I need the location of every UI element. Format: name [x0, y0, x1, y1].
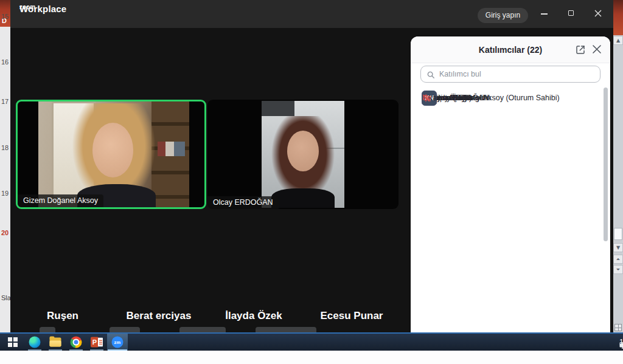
bottom-tile-fragment[interactable] — [110, 327, 140, 332]
minimize-button[interactable] — [532, 0, 557, 24]
bottom-tile-fragment[interactable] — [256, 327, 316, 332]
maximize-button[interactable] — [559, 0, 583, 24]
running-indicator — [108, 349, 127, 351]
close-window-button[interactable] — [586, 0, 610, 24]
ppt-titlebar-fragment — [613, 0, 623, 35]
ppt-slide-number-current[interactable]: 20 — [1, 229, 10, 236]
ppt-scrollbar-edge: ▲ ▼ ⏶ ⏷ — [613, 0, 623, 332]
close-icon — [594, 10, 602, 17]
participants-panel: Katılımcılar (22) — [411, 36, 610, 332]
panel-header: Katılımcılar (22) — [411, 36, 610, 63]
desktop-screen: D 15 16 17 18 19 20 Sla ▲ ▼ ⏶ ⏷ zoom Wor… — [0, 0, 623, 364]
windows-logo-icon — [8, 337, 18, 347]
search-input[interactable] — [438, 67, 590, 81]
ppt-slide-panel-edge: D 15 16 17 18 19 20 Sla — [0, 0, 10, 332]
person-body — [271, 188, 334, 208]
video-tile-gizem[interactable]: Gizem Doğanel Aksoy — [16, 100, 206, 209]
participant-row[interactable]: KN kayra Nur Atagün — [411, 86, 610, 109]
camera-off-icon — [422, 94, 432, 102]
meeting-gallery: Gizem Doğanel Aksoy Olcay ERDOĞAN Ruşen … — [10, 28, 613, 332]
start-button[interactable] — [2, 334, 23, 351]
minimize-icon — [541, 13, 548, 15]
ppt-slide-number[interactable]: 19 — [1, 190, 10, 197]
person-face — [92, 123, 133, 177]
scroll-up-button[interactable]: ▲ — [613, 36, 623, 45]
brand-line2: Workplace — [19, 4, 66, 14]
video-tile-olcay[interactable]: Olcay ERDOĞAN — [207, 100, 399, 209]
bottom-tile-fragment[interactable] — [40, 327, 55, 332]
background-books — [158, 142, 185, 156]
participant-name-label: Olcay ERDOĞAN — [207, 196, 279, 209]
participant-name-label: Gizem Doğanel Aksoy — [18, 194, 103, 207]
bottom-tile-name: Ruşen — [47, 310, 78, 322]
ppt-statusbar-text: Sla — [1, 294, 11, 301]
running-indicator — [69, 349, 83, 351]
maximize-icon — [568, 10, 574, 16]
zoom-window: zoom Workplace Giriş yapın — [10, 0, 613, 332]
next-slide-button[interactable]: ⏷ — [613, 265, 623, 274]
ppt-grid-icon[interactable] — [614, 324, 622, 331]
participant-name: kayra Nur Atagün — [429, 94, 488, 102]
taskbar-zoom-button-active[interactable]: zm — [107, 334, 128, 351]
bottom-tile-fragment[interactable] — [179, 327, 226, 332]
person-face — [287, 131, 319, 171]
zoom-titlebar: zoom Workplace Giriş yapın — [10, 0, 613, 28]
taskbar-powerpoint-button[interactable]: P — [86, 334, 107, 351]
powerpoint-icon: P — [91, 337, 103, 348]
running-indicator — [49, 349, 62, 351]
windows-taskbar: P zm 13:53 — [0, 332, 623, 351]
screen-bottom-margin — [0, 352, 623, 364]
video-frame — [38, 101, 189, 207]
running-indicator — [90, 349, 103, 351]
folder-icon — [50, 338, 61, 347]
popout-icon[interactable] — [575, 44, 586, 55]
participant-list: R Ruşen (Ben) Gizem Doğanel Aksoy (Oturu… — [411, 86, 610, 332]
bottom-tile-name: Berat erciyas — [127, 310, 192, 322]
taskbar-edge-button[interactable] — [24, 334, 45, 351]
participant-search-box — [420, 66, 600, 83]
taskbar-clock[interactable]: 13:53 — [619, 338, 623, 346]
previous-slide-button[interactable]: ⏶ — [613, 255, 623, 264]
video-frame — [262, 101, 344, 208]
chrome-icon — [71, 337, 82, 348]
sign-in-button[interactable]: Giriş yapın — [478, 8, 528, 23]
edge-icon — [29, 337, 41, 348]
zoom-app-icon: zm — [112, 337, 124, 348]
close-panel-icon[interactable] — [592, 44, 603, 55]
ppt-slide-number[interactable]: 16 — [1, 58, 10, 66]
search-icon — [426, 70, 435, 79]
taskbar-chrome-button[interactable] — [66, 334, 86, 351]
scroll-down-button[interactable]: ▼ — [613, 243, 623, 252]
bottom-tile-name: Ecesu Punar — [321, 310, 383, 322]
ppt-slide-number[interactable]: 17 — [1, 98, 10, 105]
panel-scrollbar-thumb[interactable] — [604, 88, 608, 241]
bottom-tile-name: İlayda Özek — [225, 310, 282, 322]
background-beam — [262, 101, 294, 116]
taskbar-explorer-button[interactable] — [45, 334, 66, 351]
ppt-slide-number[interactable]: 18 — [1, 144, 10, 151]
running-indicator — [28, 349, 41, 351]
scrollbar-thumb[interactable] — [614, 228, 622, 240]
ppt-slide-number[interactable]: 15 — [1, 13, 10, 20]
